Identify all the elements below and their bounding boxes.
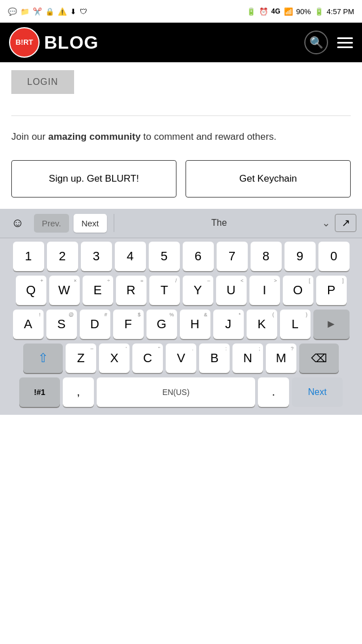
key-m[interactable]: ?M (266, 344, 296, 373)
signup-button[interactable]: Sign up. Get BLURT! (11, 160, 176, 198)
battery-charge-icon: 🔋 (247, 7, 256, 16)
key-6[interactable]: 6 (183, 242, 214, 271)
key-g[interactable]: %G (146, 310, 177, 339)
key-w[interactable]: ×W (49, 276, 80, 305)
keyboard-toolbar: ☺ Prev. Next The ⌄ ↗ (0, 209, 362, 238)
key-8[interactable]: 8 (251, 242, 282, 271)
key-9[interactable]: 9 (285, 242, 316, 271)
logo-text: BLOG (44, 32, 98, 53)
key-7[interactable]: 7 (217, 242, 248, 271)
divider (11, 115, 351, 116)
key-k[interactable]: (K (247, 310, 277, 339)
key-enter[interactable]: ► (313, 310, 350, 339)
key-u[interactable]: <U (216, 276, 247, 305)
status-bar: 💬 📁 ✂️ 🔒 ⚠️ ⬇ 🛡 🔋 ⏰ 4G 📶 90% 🔋 4:57 PM (0, 0, 362, 23)
key-s[interactable]: @S (46, 310, 77, 339)
community-text-pre: Join our (11, 131, 48, 142)
key-e[interactable]: ÷E (83, 276, 113, 305)
community-text-post: to comment and reward others. (141, 131, 277, 142)
battery-percent: 90% (296, 7, 311, 16)
zxcv-row: ⇧ –Z 'X "C .V :B ;N ?M ⌫ (2, 344, 360, 373)
key-j[interactable]: *J (213, 310, 244, 339)
key-c[interactable]: "C (132, 344, 163, 373)
scissors-icon: ✂️ (33, 7, 42, 16)
battery-icon: 🔋 (314, 7, 324, 16)
key-next[interactable]: Next (292, 377, 343, 407)
emoji-button[interactable]: ☺ (6, 211, 29, 235)
status-icons: 💬 📁 ✂️ 🔒 ⚠️ ⬇ 🛡 (8, 7, 87, 16)
search-icon: 🔍 (309, 36, 324, 49)
toolbar-separator (114, 214, 114, 232)
key-h[interactable]: &H (180, 310, 210, 339)
key-5[interactable]: 5 (149, 242, 180, 271)
key-0[interactable]: 0 (318, 242, 350, 271)
logo: B!RT BLOG (9, 27, 98, 58)
shield-icon: 🛡 (80, 7, 87, 16)
app-header: B!RT BLOG 🔍 (0, 23, 362, 62)
keyboard: ☺ Prev. Next The ⌄ ↗ 1 2 3 4 5 6 7 8 9 0… (0, 209, 362, 415)
key-backspace[interactable]: ⌫ (299, 344, 339, 373)
chevron-down-icon[interactable]: ⌄ (322, 217, 330, 229)
login-button[interactable]: LOGIN (11, 70, 74, 94)
search-button[interactable]: 🔍 (304, 31, 328, 54)
key-x[interactable]: 'X (99, 344, 130, 373)
status-right-icons: 🔋 ⏰ 4G 📶 90% 🔋 4:57 PM (247, 7, 354, 16)
key-o[interactable]: [O (283, 276, 313, 305)
logo-circle: B!RT (9, 27, 40, 58)
key-shift[interactable]: ⇧ (23, 344, 63, 373)
prev-button[interactable]: Prev. (34, 214, 69, 233)
bottom-row: !#1 , EN(US) . Next (2, 377, 360, 407)
keyboard-rows: 1 2 3 4 5 6 7 8 9 0 +Q ×W ÷E =R /T –Y <U… (0, 238, 362, 413)
download-icon: ⬇ (70, 7, 76, 16)
alert-icon: ⚠️ (58, 7, 67, 16)
key-y[interactable]: –Y (183, 276, 213, 305)
expand-button[interactable]: ↗ (335, 214, 356, 232)
content-area: LOGIN Join our amazing community to comm… (0, 62, 362, 209)
key-z[interactable]: –Z (66, 344, 96, 373)
key-p[interactable]: ]P (316, 276, 347, 305)
key-symbols[interactable]: !#1 (19, 377, 60, 407)
number-row: 1 2 3 4 5 6 7 8 9 0 (2, 242, 360, 271)
key-f[interactable]: $F (113, 310, 144, 339)
clock: 4:57 PM (327, 7, 354, 16)
key-b[interactable]: :B (199, 344, 230, 373)
header-actions: 🔍 (304, 31, 353, 54)
asdf-row: !A @S #D $F %G &H *J (K )L ► (2, 310, 360, 339)
key-3[interactable]: 3 (81, 242, 112, 271)
key-4[interactable]: 4 (115, 242, 146, 271)
alarm-icon: ⏰ (259, 7, 268, 16)
key-1[interactable]: 1 (13, 242, 44, 271)
key-a[interactable]: !A (13, 310, 44, 339)
key-t[interactable]: /T (149, 276, 180, 305)
key-space[interactable]: EN(US) (97, 377, 255, 407)
signal-4g-icon: 4G (272, 7, 281, 15)
suggestion-word[interactable]: The (121, 218, 317, 228)
logo-circle-text: B!RT (15, 38, 33, 46)
message-icon: 💬 (8, 7, 17, 16)
key-i[interactable]: >I (249, 276, 280, 305)
action-buttons: Sign up. Get BLURT! Get Keychain (11, 160, 351, 198)
key-l[interactable]: )L (280, 310, 311, 339)
key-period[interactable]: . (258, 377, 289, 407)
key-v[interactable]: .V (166, 344, 196, 373)
lock-icon: 🔒 (45, 7, 54, 16)
qwerty-row: +Q ×W ÷E =R /T –Y <U >I [O ]P (2, 276, 360, 305)
keychain-button[interactable]: Get Keychain (186, 160, 351, 198)
key-r[interactable]: =R (116, 276, 146, 305)
community-text-bold: amazing community (48, 131, 140, 142)
signal-bars-icon: 📶 (284, 7, 293, 16)
next-button[interactable]: Next (74, 214, 107, 233)
folder-icon: 📁 (20, 7, 29, 16)
key-q[interactable]: +Q (16, 276, 46, 305)
key-comma[interactable]: , (63, 377, 94, 407)
key-n[interactable]: ;N (232, 344, 263, 373)
community-text: Join our amazing community to comment an… (11, 130, 351, 144)
key-d[interactable]: #D (80, 310, 110, 339)
menu-button[interactable] (337, 37, 353, 48)
key-2[interactable]: 2 (47, 242, 78, 271)
